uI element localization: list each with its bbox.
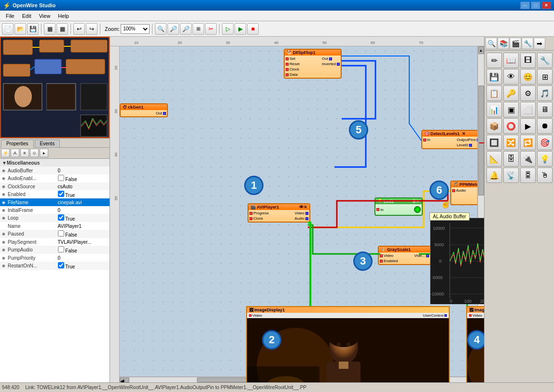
comp-btn-play2[interactable]: ▶: [520, 118, 536, 134]
prop-playsegment[interactable]: ◉ PlaySegment TVLAVIPlayer...: [0, 238, 110, 246]
comp-aviplayer[interactable]: 🎬 AVIPlayer1 👁✕ Progress Clock Video Aud…: [248, 203, 310, 223]
paused-check[interactable]: [58, 230, 64, 237]
zoom-in-button[interactable]: 🔎: [167, 23, 179, 35]
props-alpha-btn[interactable]: A: [11, 149, 19, 157]
prop-restartonn[interactable]: ◉ RestartOnN... True: [0, 262, 110, 270]
grid2-button[interactable]: ▦: [56, 23, 68, 35]
search-button[interactable]: 🔍: [155, 23, 166, 35]
menu-view[interactable]: View: [35, 12, 55, 20]
prop-audioenabled[interactable]: ◉ AudioEnabl... False: [0, 174, 110, 182]
comp-btn-face[interactable]: 😊: [520, 69, 536, 84]
comp-grayscale[interactable]: 🎨 GrayScale1 Video Enabled Vide...: [378, 246, 431, 265]
play-button[interactable]: ▶: [235, 23, 246, 35]
rt-btn-tools[interactable]: 🔧: [522, 38, 533, 49]
comp-btn-r7d[interactable]: 💡: [537, 151, 553, 167]
prop-initialframe[interactable]: ◉ InitialFrame 0: [0, 206, 110, 214]
prop-loop[interactable]: ◉ Loop True: [0, 214, 110, 222]
comp-btn-r7a[interactable]: 📐: [486, 151, 502, 167]
prop-paused[interactable]: ◉ Paused False: [0, 230, 110, 238]
close-button[interactable]: ✕: [541, 1, 551, 9]
comp-btn-square[interactable]: ⬜: [520, 102, 536, 117]
audioenabled-check[interactable]: [58, 175, 64, 181]
menu-file[interactable]: File: [2, 12, 18, 20]
pin-audio: Audio: [295, 216, 308, 221]
comp-btn-book[interactable]: 📖: [503, 53, 519, 68]
comp-dflipflop[interactable]: 🐕 DFlipFlop1 Set Reset Clock Data Out: [284, 49, 342, 79]
prop-pumppriority[interactable]: ◉ PumpPriority 0: [0, 254, 110, 262]
comp-btn-rec[interactable]: ⏺: [537, 118, 553, 134]
stop-button[interactable]: ■: [247, 23, 259, 35]
restartonn-check[interactable]: [58, 262, 64, 268]
comp-btn-r8c[interactable]: 🎛: [520, 168, 536, 183]
comp-btn-r8d[interactable]: 🖱: [537, 168, 553, 183]
v-scroll-up[interactable]: ▲: [478, 46, 484, 54]
maximize-button[interactable]: □: [531, 1, 540, 9]
comp-btn-r6a[interactable]: 🔲: [486, 135, 502, 150]
menu-edit[interactable]: Edit: [18, 12, 35, 20]
prop-clocksource[interactable]: ◉ ClockSource csAuto: [0, 182, 110, 190]
prop-filename[interactable]: ◉ FileName cinepak.avi: [0, 198, 110, 206]
canvas-area[interactable]: 10 20 30 40 50 60 70 20 30 40 50: [110, 37, 484, 382]
comp-btn-edit[interactable]: ✏: [486, 53, 502, 68]
comp-btn-r8a[interactable]: 🔔: [486, 168, 502, 183]
h-scroll-left[interactable]: ◀: [120, 378, 129, 382]
prop-name[interactable]: Name AVIPlayer1: [0, 222, 110, 230]
comp-detectlevels[interactable]: 🎯 DetectLevels1 ✕ In OutputPins Level0: [421, 130, 482, 149]
prop-audiobuffer[interactable]: ◉ AudioBuffer 0: [0, 167, 110, 174]
comp-btn-pkg[interactable]: 📦: [486, 118, 502, 134]
fit-button[interactable]: ⊞: [193, 23, 204, 35]
comp-btn-clip[interactable]: 📋: [486, 85, 502, 101]
main-toolbar: 📄 📂 💾 ▦ ▦ ↩ ↪ Zoom: 100% 50% 75% 125% 15…: [0, 21, 554, 37]
comp-btn-gear[interactable]: ⚙: [520, 85, 536, 101]
zoom-out-button[interactable]: 🔎: [180, 23, 192, 35]
loop-check[interactable]: [58, 214, 64, 221]
comp-btn-r6d[interactable]: 🎯: [537, 135, 553, 150]
comp-btn-r8b[interactable]: 📡: [503, 168, 519, 183]
props-filter-btn[interactable]: ⚡: [1, 149, 10, 157]
comp-btn-music[interactable]: 🎵: [537, 85, 553, 101]
comp-led[interactable]: 💡 Led1 ⚙✕ In: [374, 197, 423, 216]
pin-video: Video: [380, 253, 398, 258]
canvas-main[interactable]: 🐕 DFlipFlop1 Set Reset Clock Data Out: [120, 46, 484, 382]
prop-enabled[interactable]: ◉ Enabled True: [0, 190, 110, 198]
props-cat-btn[interactable]: ≡: [20, 149, 29, 157]
play-forward-button[interactable]: ▷: [222, 23, 234, 35]
comp-btn-box[interactable]: ▣: [503, 102, 519, 117]
cut-button[interactable]: ✂: [205, 23, 217, 35]
redo-button[interactable]: ↪: [86, 23, 97, 35]
comp-btn-key[interactable]: 🔑: [503, 85, 519, 101]
comp-btn-view[interactable]: 👁: [503, 69, 519, 84]
save-button[interactable]: 💾: [27, 23, 39, 35]
menu-help[interactable]: Help: [54, 12, 73, 20]
grid1-button[interactable]: ▦: [44, 23, 55, 35]
comp-btn-r7b[interactable]: 🗄: [503, 151, 519, 167]
pumpaudio-check[interactable]: [58, 246, 64, 252]
rt-btn-book[interactable]: 📚: [498, 38, 509, 49]
comp-clockgen[interactable]: ⏱ ckGen1 Out: [120, 103, 168, 117]
rt-btn-film[interactable]: 🎬: [510, 38, 521, 49]
enabled-check[interactable]: [58, 191, 64, 197]
tab-properties[interactable]: Properties: [1, 140, 34, 148]
open-button[interactable]: 📂: [14, 23, 26, 35]
props-face-btn[interactable]: ☺: [30, 149, 39, 157]
comp-btn-film[interactable]: 🎞: [520, 53, 536, 68]
comp-btn-r6b[interactable]: 🔀: [503, 135, 519, 150]
comp-btn-r7c[interactable]: 🔌: [520, 151, 536, 167]
zoom-select[interactable]: 100% 50% 75% 125% 150%: [121, 24, 150, 34]
rt-btn-search[interactable]: 🔍: [485, 38, 497, 49]
comp-btn-wrench[interactable]: 🔧: [537, 53, 553, 68]
prop-pumpaudio[interactable]: ◉ PumpAudio False: [0, 246, 110, 254]
comp-btn-r6c[interactable]: 🔁: [520, 135, 536, 150]
rt-btn-arrow[interactable]: ➡: [534, 38, 545, 49]
undo-button[interactable]: ↩: [73, 23, 85, 35]
comp-btn-monitor[interactable]: 🖥: [537, 102, 553, 117]
props-expand-btn[interactable]: ▸: [40, 149, 48, 157]
comp-btn-floppy[interactable]: 💾: [486, 69, 502, 84]
comp-btn-chart[interactable]: 📊: [486, 102, 502, 117]
new-button[interactable]: 📄: [2, 23, 14, 35]
minimize-button[interactable]: ─: [520, 1, 530, 9]
comp-btn-grid[interactable]: ⊞: [537, 69, 553, 84]
comp-btn-circle[interactable]: ⭕: [503, 118, 519, 134]
tab-events[interactable]: Events: [35, 140, 60, 147]
v-scroll-thumb[interactable]: [478, 85, 484, 196]
